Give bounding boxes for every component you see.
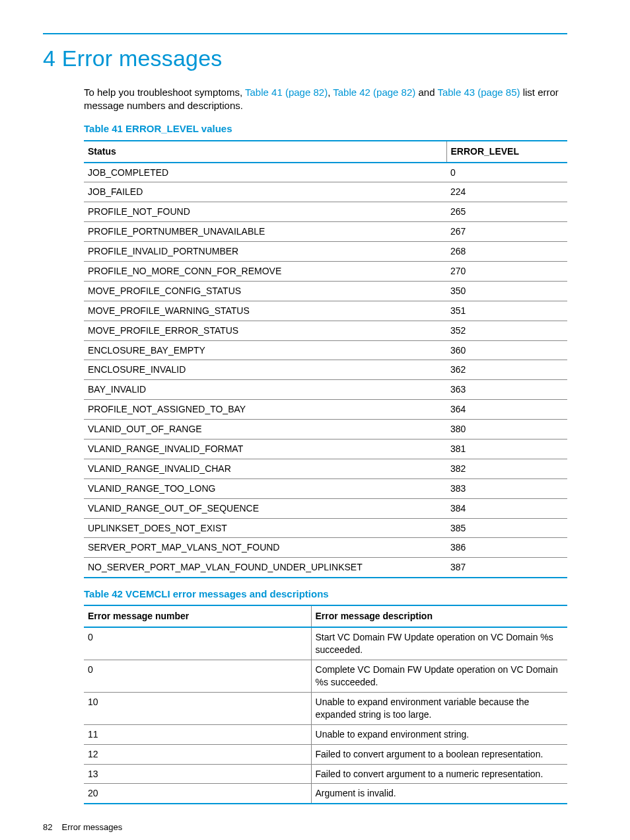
table42-row: 10Unable to expand environment variable … [84, 692, 567, 724]
table41-row: PROFILE_NO_MORE_CONN_FOR_REMOVE270 [84, 261, 567, 281]
table41-row: PROFILE_NOT_FOUND265 [84, 202, 567, 222]
table41-cell: 352 [446, 321, 567, 340]
intro-sep: , [328, 87, 333, 98]
table42-cell: Complete VC Domain FW Update operation o… [311, 660, 567, 693]
table41-cell: 265 [446, 202, 567, 222]
table42-cell: 12 [84, 744, 311, 764]
table41-cell: MOVE_PROFILE_WARNING_STATUS [84, 301, 446, 321]
table41-row: UPLINKSET_DOES_NOT_EXIST385 [84, 518, 567, 538]
table41-cell: 268 [446, 242, 567, 262]
table41-cell: 360 [446, 340, 567, 360]
table41-cell: 362 [446, 360, 567, 380]
table41-cell: 224 [446, 182, 567, 202]
table41-row: PROFILE_NOT_ASSIGNED_TO_BAY364 [84, 400, 567, 420]
table41-row: PROFILE_PORTNUMBER_UNAVAILABLE267 [84, 222, 567, 242]
table42-cell: Unable to expand environment variable be… [311, 692, 567, 724]
table41-row: MOVE_PROFILE_WARNING_STATUS351 [84, 301, 567, 321]
table41-cell: PROFILE_NOT_FOUND [84, 202, 446, 222]
table41-row: VLANID_RANGE_OUT_OF_SEQUENCE384 [84, 498, 567, 518]
table41-cell: BAY_INVALID [84, 380, 446, 400]
page-footer: 82 Error messages [43, 821, 567, 833]
table42-row: 20Argument is invalid. [84, 784, 567, 804]
table41-cell: VLANID_RANGE_INVALID_FORMAT [84, 439, 446, 459]
table42-cell: Unable to expand environment string. [311, 724, 567, 744]
link-table42[interactable]: Table 42 (page 82) [333, 87, 415, 98]
table42-header-row: Error message number Error message descr… [84, 605, 567, 627]
table41-row: BAY_INVALID363 [84, 380, 567, 400]
table41-cell: 351 [446, 301, 567, 321]
table41-cell: 380 [446, 420, 567, 439]
table41-cell: UPLINKSET_DOES_NOT_EXIST [84, 518, 446, 538]
table41-row: VLANID_RANGE_TOO_LONG383 [84, 478, 567, 498]
table41-row: VLANID_OUT_OF_RANGE380 [84, 420, 567, 439]
table41-cell: VLANID_RANGE_TOO_LONG [84, 478, 446, 498]
table41-header-row: Status ERROR_LEVEL [84, 141, 567, 163]
table41-cell: MOVE_PROFILE_CONFIG_STATUS [84, 281, 446, 301]
table41-row: MOVE_PROFILE_CONFIG_STATUS350 [84, 281, 567, 301]
table41-cell: 381 [446, 439, 567, 459]
table41-row: JOB_COMPLETED0 [84, 163, 567, 182]
table42-row: 0Start VC Domain FW Update operation on … [84, 627, 567, 660]
table42-cell: Start VC Domain FW Update operation on V… [311, 627, 567, 660]
table41-row: ENCLOSURE_BAY_EMPTY360 [84, 340, 567, 360]
table42-row: 11Unable to expand environment string. [84, 724, 567, 744]
table41-cell: JOB_FAILED [84, 182, 446, 202]
table41-cell: 364 [446, 400, 567, 420]
table42-cell: Failed to convert argument to a numeric … [311, 764, 567, 784]
table41-header-errorlevel: ERROR_LEVEL [446, 141, 567, 163]
table41-cell: 385 [446, 518, 567, 538]
table41-cell: PROFILE_NO_MORE_CONN_FOR_REMOVE [84, 261, 446, 281]
table41-cell: 267 [446, 222, 567, 242]
table41-cell: MOVE_PROFILE_ERROR_STATUS [84, 321, 446, 340]
table42-header-number: Error message number [84, 605, 311, 627]
table42-cell: 11 [84, 724, 311, 744]
table41-cell: 0 [446, 163, 567, 182]
link-table41[interactable]: Table 41 (page 82) [245, 87, 328, 98]
table41-caption: Table 41 ERROR_LEVEL values [84, 122, 567, 135]
table42-caption: Table 42 VCEMCLI error messages and desc… [84, 588, 567, 601]
table41-cell: 383 [446, 478, 567, 498]
table42-row: 12Failed to convert argument to a boolea… [84, 744, 567, 764]
table41-row: MOVE_PROFILE_ERROR_STATUS352 [84, 321, 567, 340]
table41-cell: 350 [446, 281, 567, 301]
table41-row: VLANID_RANGE_INVALID_FORMAT381 [84, 439, 567, 459]
table41-cell: NO_SERVER_PORT_MAP_VLAN_FOUND_UNDER_UPLI… [84, 558, 446, 578]
table41-cell: VLANID_RANGE_OUT_OF_SEQUENCE [84, 498, 446, 518]
table41-cell: PROFILE_PORTNUMBER_UNAVAILABLE [84, 222, 446, 242]
table41-row: ENCLOSURE_INVALID362 [84, 360, 567, 380]
table41-cell: 386 [446, 538, 567, 558]
table41-cell: JOB_COMPLETED [84, 163, 446, 182]
table42-cell: 0 [84, 660, 311, 693]
table42-cell: Failed to convert argument to a boolean … [311, 744, 567, 764]
table41-cell: ENCLOSURE_BAY_EMPTY [84, 340, 446, 360]
table42-header-description: Error message description [311, 605, 567, 627]
table42-cell: 0 [84, 627, 311, 660]
table41-cell: VLANID_RANGE_INVALID_CHAR [84, 459, 446, 478]
top-rule [43, 33, 567, 34]
footer-title: Error messages [61, 821, 122, 833]
table41-cell: 382 [446, 459, 567, 478]
table41-cell: SERVER_PORT_MAP_VLANS_NOT_FOUND [84, 538, 446, 558]
table42-cell: 20 [84, 784, 311, 804]
link-table43[interactable]: Table 43 (page 85) [437, 87, 520, 98]
table42-cell: Argument is invalid. [311, 784, 567, 804]
table42-row: 13Failed to convert argument to a numeri… [84, 764, 567, 784]
table41-row: VLANID_RANGE_INVALID_CHAR382 [84, 459, 567, 478]
intro-sep: and [415, 87, 437, 98]
table41-row: JOB_FAILED224 [84, 182, 567, 202]
table42: Error message number Error message descr… [84, 605, 567, 804]
table41-row: PROFILE_INVALID_PORTNUMBER268 [84, 242, 567, 262]
intro-paragraph: To help you troubleshoot symptoms, Table… [84, 86, 567, 113]
table41: Status ERROR_LEVEL JOB_COMPLETED0JOB_FAI… [84, 140, 567, 579]
table41-cell: PROFILE_INVALID_PORTNUMBER [84, 242, 446, 262]
page-heading: 4 Error messages [43, 44, 567, 74]
table42-cell: 10 [84, 692, 311, 724]
table41-cell: 363 [446, 380, 567, 400]
table41-cell: ENCLOSURE_INVALID [84, 360, 446, 380]
table41-cell: VLANID_OUT_OF_RANGE [84, 420, 446, 439]
table41-header-status: Status [84, 141, 446, 163]
table41-cell: 384 [446, 498, 567, 518]
table42-cell: 13 [84, 764, 311, 784]
table41-cell: PROFILE_NOT_ASSIGNED_TO_BAY [84, 400, 446, 420]
table41-cell: 387 [446, 558, 567, 578]
